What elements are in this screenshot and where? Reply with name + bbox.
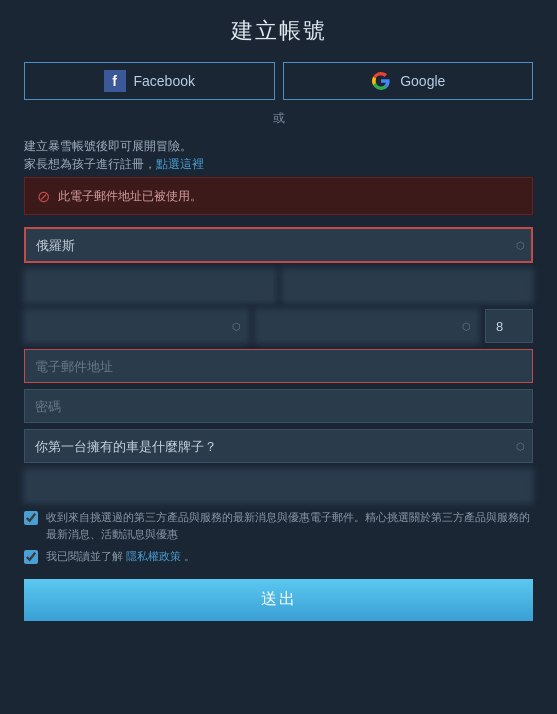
info-text: 建立暴雪帳號後即可展開冒險。 家長想為孩子進行註冊，點選這裡 bbox=[24, 137, 533, 173]
children-register-link[interactable]: 點選這裡 bbox=[156, 157, 204, 171]
submit-button[interactable]: 送出 bbox=[24, 579, 533, 621]
security-question-wrapper: 你第一台擁有的車是什麼牌子？ bbox=[24, 429, 533, 463]
privacy-checkbox-row: 我已閱讀並了解 隱私權政策 。 bbox=[24, 548, 533, 565]
facebook-label: Facebook bbox=[134, 73, 195, 89]
facebook-button[interactable]: f Facebook bbox=[24, 62, 275, 100]
google-icon bbox=[370, 70, 392, 92]
password-input[interactable] bbox=[24, 389, 533, 423]
lastname-input[interactable] bbox=[282, 269, 534, 303]
country-select-wrapper: 俄羅斯 台灣 中國 日本 美國 bbox=[24, 227, 533, 263]
password-row bbox=[24, 389, 533, 423]
name-row bbox=[24, 269, 533, 303]
marketing-label: 收到來自挑選過的第三方產品與服務的最新消息與優惠電子郵件。精心挑選關於第三方產品… bbox=[46, 509, 533, 542]
page-container: 建立帳號 f Facebook Google 或 建立暴雪帳號後即可展開冒險。 … bbox=[0, 0, 557, 714]
security-question-select[interactable]: 你第一台擁有的車是什麼牌子？ bbox=[24, 429, 533, 463]
google-label: Google bbox=[400, 73, 445, 89]
error-box: ⊘ 此電子郵件地址已被使用。 bbox=[24, 177, 533, 215]
marketing-checkbox-row: 收到來自挑選過的第三方產品與服務的最新消息與優惠電子郵件。精心挑選關於第三方產品… bbox=[24, 509, 533, 542]
email-row bbox=[24, 349, 533, 383]
privacy-policy-link[interactable]: 隱私權政策 bbox=[126, 550, 181, 562]
privacy-label: 我已閱讀並了解 隱私權政策 。 bbox=[46, 548, 195, 565]
firstname-input[interactable] bbox=[24, 269, 276, 303]
privacy-checkbox[interactable] bbox=[24, 550, 38, 564]
birthdate-row: 123 456 789 101112 bbox=[24, 309, 533, 343]
marketing-checkbox[interactable] bbox=[24, 511, 38, 525]
security-question-row: 你第一台擁有的車是什麼牌子？ bbox=[24, 429, 533, 463]
month-select-wrapper: 123 456 789 101112 bbox=[24, 309, 249, 343]
month-select[interactable]: 123 456 789 101112 bbox=[24, 309, 249, 343]
security-answer-input[interactable] bbox=[24, 469, 533, 503]
google-button[interactable]: Google bbox=[283, 62, 534, 100]
error-icon: ⊘ bbox=[37, 187, 50, 206]
page-title: 建立帳號 bbox=[24, 16, 533, 46]
year-select[interactable] bbox=[255, 309, 480, 343]
email-input[interactable] bbox=[24, 349, 533, 383]
day-input[interactable] bbox=[485, 309, 533, 343]
social-buttons-row: f Facebook Google bbox=[24, 62, 533, 100]
or-divider: 或 bbox=[24, 110, 533, 127]
security-answer-row bbox=[24, 469, 533, 503]
year-select-wrapper bbox=[255, 309, 480, 343]
country-select[interactable]: 俄羅斯 台灣 中國 日本 美國 bbox=[24, 227, 533, 263]
error-message: 此電子郵件地址已被使用。 bbox=[58, 188, 202, 205]
facebook-icon: f bbox=[104, 70, 126, 92]
